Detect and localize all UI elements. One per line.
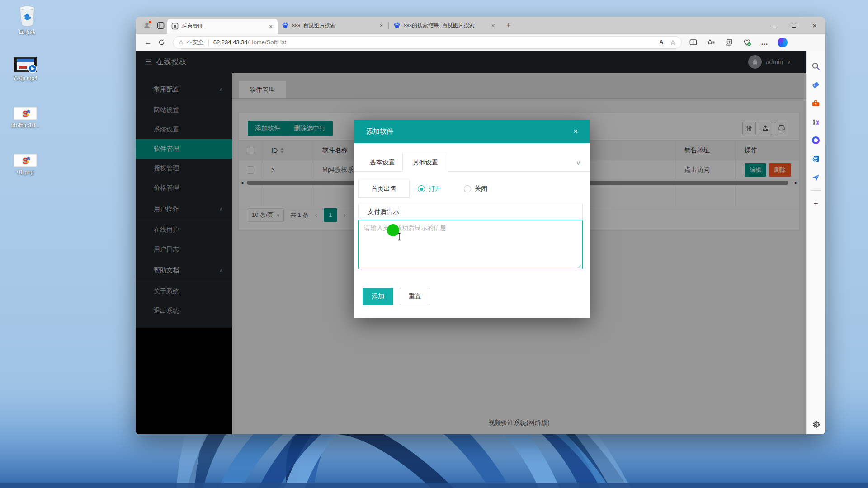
desktop-icon-recycle-bin[interactable]: 回收站 xyxy=(4,4,51,35)
tab-actions-menu[interactable] xyxy=(154,19,167,32)
profile-avatar[interactable] xyxy=(140,19,154,32)
browser-tab-baidu-results[interactable]: sss的搜索结果_百度图片搜索 × xyxy=(389,17,500,34)
toolbar-icons: … xyxy=(689,38,788,47)
games-chess-icon xyxy=(811,117,821,127)
collections-icon[interactable] xyxy=(725,38,733,47)
desktop-icon-label: bb95bc1d... xyxy=(2,122,49,128)
url-path: /Home/SoftList xyxy=(248,39,286,46)
baidu-favicon xyxy=(393,22,401,29)
recycle-bin-icon xyxy=(16,4,38,27)
sidebar-games-button[interactable] xyxy=(807,113,826,131)
desktop-icon-label: 01.png xyxy=(2,169,49,175)
radio-unselected-icon[interactable] xyxy=(464,185,471,192)
back-button[interactable]: ← xyxy=(141,36,155,49)
desktop-icon-label: 720p.mp4 xyxy=(2,75,49,81)
svg-text:R: R xyxy=(27,156,30,161)
copilot-icon[interactable] xyxy=(778,38,788,47)
cursor-position-indicator xyxy=(387,224,399,236)
desktop-icon-video-file[interactable]: 720p.mp4 xyxy=(2,56,49,81)
tab-title: sss的搜索结果_百度图片搜索 xyxy=(404,22,487,29)
refresh-button[interactable] xyxy=(155,36,168,49)
profile-icon xyxy=(142,20,152,30)
read-aloud-icon[interactable]: A xyxy=(659,39,663,46)
sidebar-tools-button[interactable] xyxy=(807,94,826,113)
modal-submit-button[interactable]: 添加 xyxy=(363,288,393,305)
sidebar-search-button[interactable] xyxy=(807,57,826,75)
sidebar-settings-button[interactable] xyxy=(807,420,825,429)
window-minimize-button[interactable]: – xyxy=(763,17,783,34)
svg-text:R: R xyxy=(27,109,30,114)
radio-selected-icon[interactable] xyxy=(418,185,425,192)
tab-divider xyxy=(388,22,389,29)
refresh-icon xyxy=(158,39,165,46)
desktop-icon-image-bb95[interactable]: S R bb95bc1d... xyxy=(2,107,49,128)
tab-close-icon[interactable]: × xyxy=(490,22,495,29)
url-host: 62.234.43.34 xyxy=(213,39,248,46)
modal-reset-button[interactable]: 重置 xyxy=(400,288,430,305)
resize-handle-icon[interactable] xyxy=(577,264,581,268)
payment-notice-label: 支付后告示 xyxy=(358,204,583,220)
sidebar-microsoft365-button[interactable] xyxy=(807,131,826,150)
microsoft365-icon xyxy=(811,136,821,145)
sidebar-divider xyxy=(811,190,821,191)
address-divider xyxy=(208,39,209,46)
desktop-icon-label: 回收站 xyxy=(4,29,51,35)
browser-window: 后台管理 × sss_百度图片搜索 × sss的搜索结果_百度图 xyxy=(136,17,825,434)
radio-open-label: 打开 xyxy=(429,185,441,193)
desktop-icon-image-01png[interactable]: S R 01.png xyxy=(2,154,49,175)
gear-icon xyxy=(812,420,821,429)
window-controls: – × xyxy=(763,17,825,34)
tab-strip: 后台管理 × sss_百度图片搜索 × sss的搜索结果_百度图 xyxy=(136,17,825,34)
browser-toolbar: ← ⚠ 不安全 62.234.43.34 /Home/SoftList A ☆ xyxy=(136,34,825,51)
address-bar[interactable]: ⚠ 不安全 62.234.43.34 /Home/SoftList A ☆ xyxy=(173,36,682,49)
tab-close-icon[interactable]: × xyxy=(268,23,274,30)
workspaces-icon xyxy=(157,22,165,29)
browser-tab-baidu-images[interactable]: sss_百度图片搜索 × xyxy=(278,17,388,34)
radio-open[interactable]: 打开 xyxy=(418,180,441,198)
edge-sidebar: + xyxy=(806,51,825,434)
baidu-favicon xyxy=(282,22,289,29)
window-maximize-button[interactable] xyxy=(783,17,804,34)
shopping-tag-icon xyxy=(811,80,821,89)
new-tab-button[interactable]: + xyxy=(502,19,515,32)
maximize-icon xyxy=(792,23,796,28)
image-file-icon: S R xyxy=(14,154,37,167)
sidebar-drop-button[interactable] xyxy=(807,168,826,187)
tab-title: 后台管理 xyxy=(182,23,265,30)
sidebar-outlook-button[interactable] xyxy=(807,150,826,168)
split-screen-icon[interactable] xyxy=(689,38,698,47)
video-file-icon xyxy=(13,56,38,73)
browser-content: 三 在线授权 admin ∨ xyxy=(136,51,825,434)
search-icon xyxy=(811,61,821,71)
window-close-button[interactable]: × xyxy=(804,17,825,34)
not-secure-warning-icon: ⚠ xyxy=(179,39,184,46)
sidebar-customize-button[interactable]: + xyxy=(807,194,826,213)
tab-basic-settings[interactable]: 基本设置 xyxy=(364,153,401,172)
browser-tab-admin[interactable]: 后台管理 × xyxy=(167,19,278,34)
tab-title: sss_百度图片搜索 xyxy=(292,22,375,29)
modal-header: 添加软件 × xyxy=(354,120,590,143)
outlook-icon xyxy=(811,154,821,164)
paper-plane-icon xyxy=(811,173,821,182)
sidebar-shopping-button[interactable] xyxy=(807,75,826,94)
add-software-modal: 添加软件 × 基本设置 其他设置 ∨ 首页出售 打开 关闭 支付后告示 xyxy=(354,120,590,318)
tab-overflow-chevron-icon[interactable]: ∨ xyxy=(571,154,585,172)
admin-panel: 三 在线授权 admin ∨ xyxy=(136,51,806,434)
site-favicon xyxy=(171,23,179,30)
settings-more-icon[interactable]: … xyxy=(761,38,769,47)
modal-close-icon[interactable]: × xyxy=(573,127,578,136)
radio-close[interactable]: 关闭 xyxy=(464,180,487,198)
tab-close-icon[interactable]: × xyxy=(378,22,384,29)
modal-tab-bar: 基本设置 其他设置 ∨ xyxy=(354,153,590,172)
favorite-star-icon[interactable]: ☆ xyxy=(670,38,676,47)
tab-other-settings[interactable]: 其他设置 xyxy=(402,153,448,172)
toolbox-icon xyxy=(811,99,821,108)
homepage-sale-label: 首页出售 xyxy=(358,180,410,198)
image-file-icon: S R xyxy=(14,107,37,120)
browser-essentials-icon[interactable] xyxy=(742,38,752,47)
favorites-icon[interactable] xyxy=(707,38,716,47)
modal-title: 添加软件 xyxy=(366,127,393,136)
radio-close-label: 关闭 xyxy=(475,185,487,193)
security-label[interactable]: 不安全 xyxy=(186,38,204,47)
